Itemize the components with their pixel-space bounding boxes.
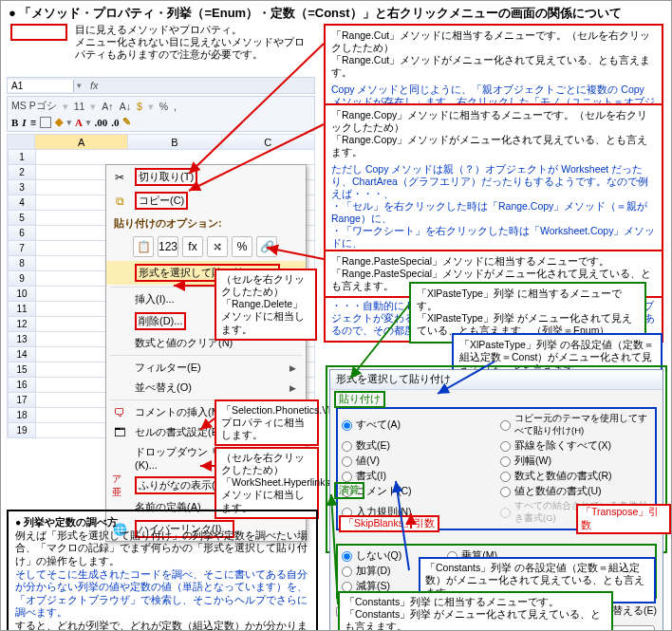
group-ops-label: 演算 — [334, 482, 364, 499]
ann2-b2: ・「ワークシート」を右クリックした時は「Worksheet.Copy」メソッドに… — [331, 225, 656, 250]
submenu-arrow-icon: ▶ — [289, 383, 296, 393]
row-header[interactable]: 14 — [8, 347, 36, 362]
formula-bar: A1 ▾ fx — [7, 77, 315, 94]
row-header[interactable]: 3 — [8, 180, 36, 195]
row-header[interactable]: 15 — [8, 362, 36, 378]
row-header[interactable]: 17 — [8, 393, 36, 408]
ann1-2: 「Range.Cut」メソッドがメニュー化されて見えている、とも言えます。 — [331, 54, 656, 79]
row-header[interactable]: 19 — [8, 423, 36, 438]
fx-icon[interactable]: fx — [84, 80, 104, 91]
callout-phonetic: 「Selection.Phonetics.Visible」プロパティに相当します… — [215, 399, 319, 446]
dec-decrease-icon[interactable]: .0 — [111, 117, 119, 128]
paste-options-icons: 📋 123 fx ⤭ % 🔗 — [106, 234, 306, 261]
grow-font-icon[interactable]: A↑ — [102, 101, 113, 112]
shrink-font-icon[interactable]: A↓ — [120, 101, 131, 112]
row-header[interactable]: 7 — [8, 241, 36, 256]
opt-form-num[interactable]: 数式と数値の書式(R) — [500, 470, 651, 483]
menu-delete-label: 削除(D)... — [135, 312, 186, 330]
copy-icon: ⧉ — [112, 194, 127, 209]
comma-icon[interactable]: , — [174, 101, 177, 112]
howto-box: ● 列挙や定数の調べ方 例えば「形式を選択して貼り付け」の列挙や定数を調べたい場… — [7, 510, 318, 631]
paste-opt-values-icon[interactable]: 123 — [158, 236, 178, 257]
format-painter-icon[interactable]: ✎ — [122, 116, 131, 128]
opt-formulas[interactable]: 数式(E) — [342, 439, 493, 453]
menu-filter-label: フィルター(E) — [135, 361, 201, 375]
menu-filter[interactable]: フィルター(E) ▶ — [106, 358, 306, 378]
paste-opt-format-icon[interactable]: % — [232, 236, 252, 257]
ann1-1: 「Range.Cut」メソッドに相当するメニューです。（セルを右クリックしたため… — [331, 29, 656, 54]
menu-insert-comment-label: コメントの挿入(M) — [135, 405, 224, 419]
ann2-2: 「Range.Copy」メソッドがメニュー化されて見えている、とも言えます。 — [331, 134, 656, 158]
col-header-B[interactable]: B — [128, 134, 221, 150]
row-header[interactable]: 2 — [8, 165, 36, 180]
opt-val-num[interactable]: 値と数値の書式(U) — [500, 485, 651, 498]
opt-no-border[interactable]: 罫線を除くすべて(X) — [500, 439, 651, 453]
align-icon[interactable]: ≡ — [30, 117, 36, 128]
legend-desc: 目に見えるメソッドやプロパティ。 メニュー化されない目に見えないメソッドやプロパ… — [75, 24, 314, 61]
font-name[interactable]: MS Pゴシ — [11, 100, 57, 113]
menu-sort-label: 並べ替え(O) — [135, 380, 192, 395]
row-header[interactable]: 1 — [8, 150, 36, 165]
name-box[interactable]: A1 — [8, 80, 74, 92]
howto-p2: そしてそこに生成されたコードを調べ、そこに書いてある自分が分からない列挙の値や定… — [15, 568, 309, 621]
opt-formats[interactable]: 書式(I) — [342, 470, 493, 483]
row-header[interactable]: 8 — [8, 256, 36, 271]
font-size[interactable]: 11 — [74, 101, 85, 112]
row-header[interactable]: 16 — [8, 378, 36, 393]
fill-color-icon[interactable]: ◆ — [55, 116, 63, 128]
row-header[interactable]: 5 — [8, 211, 36, 226]
money-icon[interactable]: $ — [137, 101, 142, 112]
page-title: ● 「メソッド・プロパティ・列挙（=Enum）・定数（=Const）」と右クリッ… — [1, 1, 671, 24]
opt-col-width[interactable]: 列幅(W) — [500, 455, 651, 468]
col-header-C[interactable]: C — [222, 134, 315, 150]
column-headers: A B C — [7, 134, 315, 150]
ann4-1: 「XlPasteType」列挙 に相当するメニューです。 — [417, 288, 639, 312]
submenu-arrow-icon: ▶ — [289, 363, 296, 373]
opt-values[interactable]: 値(V) — [342, 455, 493, 468]
row-header[interactable]: 4 — [8, 195, 36, 211]
format-cells-icon: 🗔 — [112, 425, 127, 440]
ann3-1: 「Range.PasteSpecial」メソッドに相当するメニューです。 — [331, 255, 656, 268]
row-header[interactable]: 9 — [8, 271, 36, 287]
opt-theme[interactable]: コピー元のテーマを使用してすべて貼り付け(H) — [500, 413, 651, 437]
menu-copy-label: コピー(C) — [135, 192, 188, 210]
dec-increase-icon[interactable]: .00 — [94, 117, 107, 128]
dialog-title: 形式を選択して貼り付け — [330, 370, 663, 390]
row-header[interactable]: 12 — [8, 317, 36, 332]
row-header[interactable]: 6 — [8, 226, 36, 241]
callout-hyperlink: （セルを右クリックしたため）「WorkSheet.Hyperlinks.Add」… — [215, 447, 319, 519]
row-header[interactable]: 13 — [8, 332, 36, 347]
scissors-icon: ✂ — [112, 170, 127, 185]
paste-opt-all-icon[interactable]: 📋 — [133, 236, 154, 257]
menu-sort[interactable]: 並べ替え(O) ▶ — [106, 378, 306, 398]
howto-title: ● 列挙や定数の調べ方 — [15, 516, 309, 529]
howto-p1: 例えば「形式を選択して貼り付け」の列挙や定数を調べたい場合、「マクロの記録」でま… — [15, 529, 309, 568]
menu-cut[interactable]: ✂ 切り取り(T) — [106, 165, 306, 189]
mini-toolbar: MS Pゴシ▾ 11▾ A↑ A↓ $ ▾ % , B I ≡ ◆▾ A▾ .0… — [7, 96, 315, 132]
row-header[interactable]: 10 — [8, 287, 36, 302]
paste-opt-formula-icon[interactable]: fx — [182, 236, 203, 257]
comment-icon: 🗨 — [112, 405, 127, 420]
annotation-constants-enum: 「Constants」列挙 に相当するメニューです。 「Constants」列挙… — [338, 591, 613, 631]
grid-row[interactable]: 1 — [8, 150, 314, 165]
ann2-1: 「Range.Copy」メソッドに相当するメニューです。（セルを右クリックしたた… — [331, 109, 656, 134]
paste-opt-link-icon[interactable]: 🔗 — [256, 236, 277, 257]
row-header[interactable]: 11 — [8, 302, 36, 317]
paste-options-header: 貼り付けのオプション: — [106, 213, 306, 234]
paste-opt-transpose-icon[interactable]: ⤭ — [207, 236, 228, 257]
italic-icon[interactable]: I — [22, 117, 26, 128]
phonetic-icon: ア亜 — [112, 478, 127, 493]
bold-icon[interactable]: B — [11, 117, 18, 128]
border-icon[interactable] — [40, 117, 51, 128]
opt-all[interactable]: すべて(A) — [342, 413, 493, 437]
menu-cut-label: 切り取り(T) — [135, 168, 197, 186]
menu-insert-label: 挿入(I)... — [135, 292, 175, 306]
row-header[interactable]: 18 — [8, 408, 36, 423]
select-all-corner[interactable] — [7, 134, 35, 150]
menu-copy[interactable]: ⧉ コピー(C) — [106, 189, 306, 213]
font-color-icon[interactable]: A — [75, 117, 83, 128]
col-header-A[interactable]: A — [35, 134, 128, 150]
percent-icon[interactable]: % — [159, 101, 168, 112]
namebox-dropdown-icon[interactable]: ▾ — [74, 81, 84, 90]
label-skipblanks-arg: 「SkipBlanks」引数 — [339, 515, 439, 532]
